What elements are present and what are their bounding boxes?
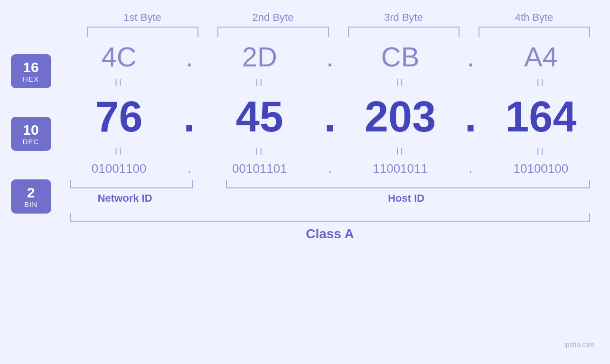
dec-dot-3: . (459, 93, 482, 141)
equals-1-2: II (201, 76, 318, 89)
dec-row: 76 . 45 . 203 . 164 (61, 93, 600, 141)
byte-header-4: 4th Byte (469, 11, 600, 37)
equals-2-3: II (342, 145, 459, 158)
bin-row: 01001100 . 00101101 . 11001011 . (61, 161, 600, 176)
hex-value-3: CB (342, 41, 459, 73)
bracket-spacer-1 (202, 180, 226, 188)
equals-dot-3 (459, 76, 482, 89)
equals-2-4: II (482, 145, 599, 158)
bin-badge: 2 BIN (11, 179, 51, 214)
equals-dot-2 (318, 76, 342, 89)
equals-1-3: II (342, 76, 459, 89)
bin-dot-2: . (318, 161, 342, 176)
equals-2-1: II (61, 145, 178, 158)
labels-column: 16 HEX 10 DEC 2 BIN (11, 54, 51, 228)
main-grid: 16 HEX 10 DEC 2 BIN 4C . (11, 41, 600, 242)
byte-header-2: 2nd Byte (208, 11, 338, 37)
dec-dot-2: . (318, 93, 342, 141)
dec-dot-1: . (178, 93, 201, 141)
dec-value-1: 76 (61, 93, 178, 141)
bin-dot-1: . (178, 161, 201, 176)
bin-number: 2 (27, 185, 35, 200)
equals-2-2: II (201, 145, 318, 158)
hex-row: 4C . 2D . CB . A4 (61, 41, 600, 73)
dec-label: DEC (23, 138, 39, 146)
equals-1-1: II (61, 76, 178, 89)
byte-headers: 1st Byte 2nd Byte 3rd Byte 4th Byte (11, 11, 600, 37)
hex-label: HEX (23, 75, 39, 83)
byte-header-3: 3rd Byte (338, 11, 469, 37)
bin-value-2: 00101101 (201, 161, 318, 176)
equals-row-1: II II II II (61, 73, 600, 93)
dec-value-4: 164 (482, 93, 599, 141)
dec-value-2: 45 (201, 93, 318, 141)
label-spacer (189, 192, 213, 205)
network-host-brackets (61, 180, 600, 188)
class-label: Class A (61, 226, 600, 242)
class-bracket (70, 213, 590, 222)
network-bracket (70, 180, 193, 188)
equals-row-2: II II II II (61, 141, 600, 161)
host-bracket (226, 180, 590, 188)
bin-value-1: 01001100 (61, 161, 178, 176)
hex-badge: 16 HEX (11, 54, 51, 88)
hex-value-4: A4 (482, 41, 599, 73)
hex-dot-2: . (318, 41, 342, 73)
host-id-label: Host ID (213, 192, 600, 205)
hex-dot-1: . (178, 41, 201, 73)
dec-number: 10 (23, 122, 38, 138)
equals-1-4: II (482, 76, 599, 89)
network-host-labels: Network ID Host ID (61, 192, 600, 205)
hex-value-1: 4C (61, 41, 178, 73)
bin-label: BIN (24, 200, 38, 208)
dec-value-3: 203 (342, 93, 459, 141)
equals-dot-5 (318, 145, 342, 158)
dec-badge: 10 DEC (11, 117, 51, 151)
bin-value-4: 10100100 (482, 161, 599, 176)
hex-number: 16 (23, 59, 38, 75)
equals-dot-4 (178, 145, 201, 158)
hex-dot-3: . (459, 41, 482, 73)
bin-value-3: 11001011 (342, 161, 459, 176)
content-area: 4C . 2D . CB . A4 (61, 41, 600, 242)
hex-value-2: 2D (201, 41, 318, 73)
class-section: Class A (61, 213, 600, 242)
main-container: 1st Byte 2nd Byte 3rd Byte 4th Byte 16 H… (11, 11, 600, 353)
byte-header-1: 1st Byte (77, 11, 208, 37)
watermark: ipshu.com (564, 341, 595, 348)
equals-dot-1 (178, 76, 201, 89)
network-id-label: Network ID (61, 192, 189, 205)
equals-dot-6 (459, 145, 482, 158)
bin-dot-3: . (459, 161, 482, 176)
